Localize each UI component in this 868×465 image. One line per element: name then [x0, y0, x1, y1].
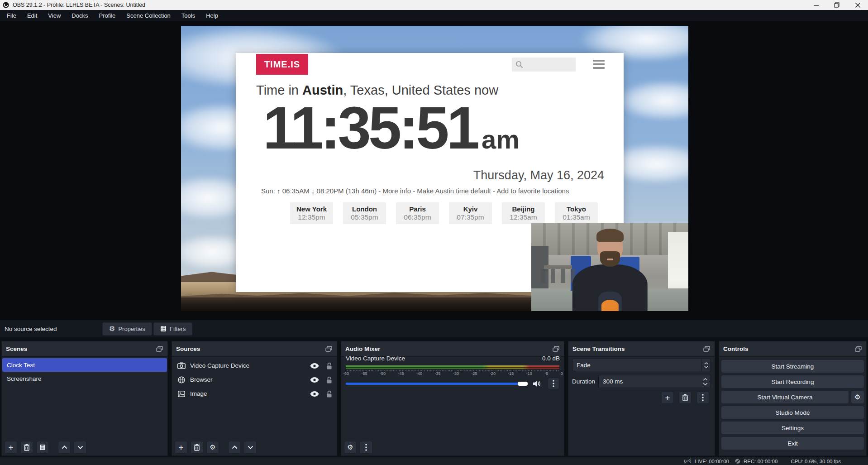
duration-spinner[interactable]	[700, 378, 711, 385]
popout-icon[interactable]	[854, 345, 862, 352]
menu-edit[interactable]: Edit	[22, 10, 43, 21]
time-meridiem: am	[482, 125, 520, 154]
lock-icon[interactable]	[326, 376, 332, 384]
audio-mixer-panel: Audio Mixer Video Capture Device 0.0 dB …	[341, 341, 564, 456]
preview-area[interactable]: TIME.IS Time in Austin, Texas, United St…	[0, 21, 868, 320]
duration-label: Duration	[572, 378, 598, 385]
sources-toolbar: + ⚙	[175, 441, 257, 454]
scene-filters-button[interactable]	[36, 441, 49, 454]
volume-slider[interactable]	[346, 383, 526, 385]
scenes-toolbar: +	[5, 441, 86, 454]
menu-scene-collection[interactable]: Scene Collection	[121, 10, 176, 21]
sources-panel: Sources Video Capture Device	[172, 341, 337, 456]
camera-icon	[177, 362, 186, 369]
start-virtual-camera-button[interactable]: Start Virtual Camera	[721, 390, 849, 404]
city-kyiv[interactable]: Kyiv07:35pm	[449, 202, 492, 224]
filter-icon	[39, 444, 46, 451]
filters-button[interactable]: Filters	[153, 322, 192, 336]
scene-list: Clock Test Screenshare	[2, 357, 167, 385]
virtual-camera-settings-button[interactable]: ⚙	[851, 390, 864, 404]
audio-mixer-header[interactable]: Audio Mixer	[341, 341, 564, 357]
combo-spinner[interactable]	[701, 359, 711, 371]
scene-transitions-header[interactable]: Scene Transitions	[568, 341, 715, 357]
dots-vertical-icon	[553, 380, 554, 387]
move-source-up-button[interactable]	[228, 441, 241, 454]
mixer-menu-button[interactable]	[360, 441, 372, 454]
sources-title: Sources	[176, 345, 200, 352]
transition-properties-button[interactable]	[696, 391, 709, 404]
popout-icon[interactable]	[702, 345, 711, 352]
globe-icon	[178, 376, 185, 384]
popout-icon[interactable]	[324, 345, 333, 352]
studio-mode-button[interactable]: Studio Mode	[721, 406, 864, 419]
move-scene-down-button[interactable]	[74, 441, 86, 454]
more-info-link[interactable]: More info	[382, 187, 411, 195]
remove-source-button[interactable]	[191, 441, 203, 454]
source-properties-button[interactable]: ⚙	[206, 441, 219, 454]
scene-item-clock-test[interactable]: Clock Test	[2, 358, 167, 372]
exit-button[interactable]: Exit	[721, 436, 864, 450]
scene-item-screenshare[interactable]: Screenshare	[2, 372, 167, 385]
volume-meter	[346, 365, 559, 369]
channel-menu-button[interactable]	[548, 378, 559, 389]
search-input[interactable]	[512, 58, 576, 72]
start-recording-button[interactable]: Start Recording	[721, 375, 864, 388]
remove-scene-button[interactable]	[20, 441, 33, 454]
add-transition-button[interactable]: +	[661, 391, 674, 404]
scenes-panel-header[interactable]: Scenes	[2, 341, 167, 357]
sources-panel-header[interactable]: Sources	[172, 341, 337, 357]
visibility-eye-icon[interactable]	[310, 391, 319, 397]
properties-button[interactable]: ⚙ Properties	[102, 322, 152, 336]
transition-select[interactable]: Fade	[572, 359, 711, 371]
timeis-logo[interactable]: TIME.IS	[256, 54, 308, 75]
source-row-browser[interactable]: Browser	[172, 373, 337, 387]
advanced-audio-button[interactable]: ⚙	[344, 441, 357, 454]
menu-file[interactable]: File	[1, 10, 22, 21]
lock-icon[interactable]	[326, 362, 332, 369]
restore-button[interactable]	[826, 0, 847, 10]
scenes-title: Scenes	[6, 345, 27, 352]
webcam-table	[544, 265, 572, 269]
cloud-shape	[615, 80, 688, 121]
popout-icon[interactable]	[155, 345, 163, 352]
speaker-icon[interactable]	[533, 380, 542, 387]
start-streaming-button[interactable]: Start Streaming	[721, 360, 864, 373]
menu-view[interactable]: View	[43, 10, 66, 21]
menu-tools[interactable]: Tools	[176, 10, 200, 21]
volume-slider-handle[interactable]	[518, 382, 528, 386]
city-london[interactable]: London05:35pm	[343, 202, 386, 224]
move-scene-up-button[interactable]	[58, 441, 71, 454]
city-beijing[interactable]: Beijing12:35am	[502, 202, 545, 224]
menu-help[interactable]: Help	[200, 10, 224, 21]
time-digits: 11:35:51	[263, 95, 477, 161]
minimize-button[interactable]	[806, 0, 826, 10]
sun-times: Sun: ↑ 06:35AM ↓ 08:20PM (13h 46m)	[261, 187, 377, 195]
close-button[interactable]	[847, 0, 868, 10]
add-favorite-link[interactable]: Add to favorite locations	[496, 187, 569, 195]
menu-docks[interactable]: Docks	[66, 10, 93, 21]
person-hair	[596, 229, 624, 242]
settings-button[interactable]: Settings	[721, 421, 864, 435]
add-scene-button[interactable]: +	[5, 441, 17, 454]
source-row-video-capture[interactable]: Video Capture Device	[172, 359, 337, 373]
visibility-eye-icon[interactable]	[310, 377, 319, 383]
controls-header[interactable]: Controls	[719, 341, 866, 357]
lock-icon[interactable]	[326, 390, 332, 398]
move-source-down-button[interactable]	[244, 441, 257, 454]
visibility-eye-icon[interactable]	[310, 363, 319, 369]
source-toolbar: No source selected ⚙ Properties Filters	[0, 320, 868, 337]
city-tokyo[interactable]: Tokyo01:35am	[555, 202, 598, 224]
city-paris[interactable]: Paris06:35pm	[396, 202, 439, 224]
menu-profile[interactable]: Profile	[93, 10, 121, 21]
hamburger-menu-icon[interactable]	[593, 60, 605, 69]
popout-icon[interactable]	[552, 345, 560, 352]
duration-input[interactable]: 300 ms	[598, 375, 711, 388]
controls-title: Controls	[723, 345, 749, 352]
add-source-button[interactable]: +	[175, 441, 187, 454]
source-row-image[interactable]: Image	[172, 387, 337, 401]
make-default-link[interactable]: Make Austin time default	[417, 187, 491, 195]
remove-transition-button[interactable]	[679, 391, 692, 404]
city-newyork[interactable]: New York12:35pm	[290, 202, 333, 224]
live-timecode: LIVE: 00:00:00	[695, 459, 729, 464]
filter-icon	[160, 326, 167, 332]
